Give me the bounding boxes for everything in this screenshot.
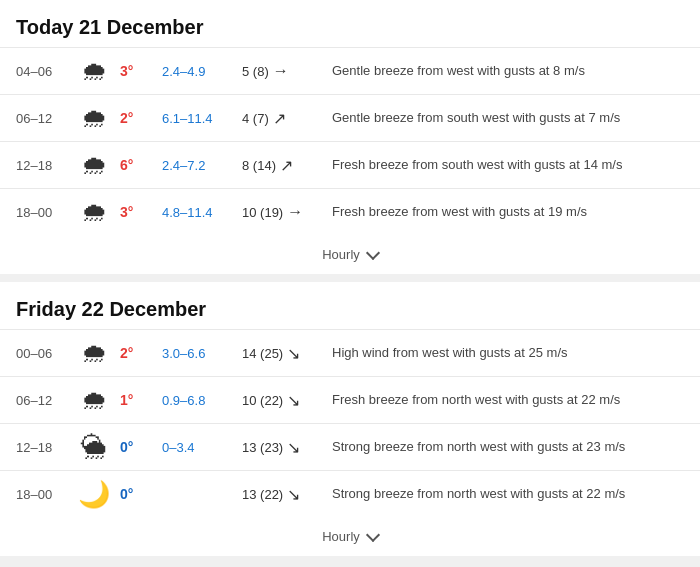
weather-description: High wind from west with gusts at 25 m/s xyxy=(332,344,684,362)
precipitation-range: 2.4–4.9 xyxy=(162,64,242,79)
wind-speed: 8 (14) ↗ xyxy=(242,156,332,175)
hourly-toggle[interactable]: Hourly xyxy=(0,235,700,274)
weather-row: 18–00🌙0°13 (22) ↘Strong breeze from nort… xyxy=(0,470,700,517)
wind-speed: 10 (19) → xyxy=(242,203,332,221)
wind-value: 10 (19) xyxy=(242,205,283,220)
weather-description: Gentle breeze from south west with gusts… xyxy=(332,109,684,127)
weather-row: 12–18🌧6°2.4–7.28 (14) ↗Fresh breeze from… xyxy=(0,141,700,188)
precipitation-range: 0–3.4 xyxy=(162,440,242,455)
time-range: 04–06 xyxy=(16,64,68,79)
wind-arrow-icon: ↘ xyxy=(287,391,300,410)
weather-description: Gentle breeze from west with gusts at 8 … xyxy=(332,62,684,80)
time-range: 06–12 xyxy=(16,393,68,408)
wind-value: 8 (14) xyxy=(242,158,276,173)
wind-speed: 5 (8) → xyxy=(242,62,332,80)
precipitation-range: 2.4–7.2 xyxy=(162,158,242,173)
temperature: 2° xyxy=(120,110,162,126)
time-range: 12–18 xyxy=(16,158,68,173)
weather-row: 00–06🌧2°3.0–6.614 (25) ↘High wind from w… xyxy=(0,329,700,376)
hourly-label: Hourly xyxy=(322,247,360,262)
weather-icon: 🌧 xyxy=(68,152,120,178)
weather-icon: 🌦 xyxy=(68,434,120,460)
temperature: 2° xyxy=(120,345,162,361)
precipitation-range: 6.1–11.4 xyxy=(162,111,242,126)
day-section-0: Today 21 December04–06🌧3°2.4–4.95 (8) →G… xyxy=(0,0,700,274)
weather-description: Strong breeze from north west with gusts… xyxy=(332,438,684,456)
wind-arrow-icon: → xyxy=(287,203,303,221)
wind-value: 13 (22) xyxy=(242,487,283,502)
temperature: 1° xyxy=(120,392,162,408)
wind-arrow-icon: ↗ xyxy=(273,109,286,128)
wind-speed: 4 (7) ↗ xyxy=(242,109,332,128)
day-section-1: Friday 22 December00–06🌧2°3.0–6.614 (25)… xyxy=(0,282,700,556)
weather-row: 18–00🌧3°4.8–11.410 (19) →Fresh breeze fr… xyxy=(0,188,700,235)
wind-arrow-icon: ↘ xyxy=(287,344,300,363)
wind-speed: 13 (23) ↘ xyxy=(242,438,332,457)
weather-description: Fresh breeze from west with gusts at 19 … xyxy=(332,203,684,221)
weather-icon: 🌧 xyxy=(68,340,120,366)
weather-icon: 🌧 xyxy=(68,105,120,131)
precipitation-range: 0.9–6.8 xyxy=(162,393,242,408)
wind-arrow-icon: → xyxy=(273,62,289,80)
wind-speed: 14 (25) ↘ xyxy=(242,344,332,363)
weather-row: 12–18🌦0°0–3.413 (23) ↘Strong breeze from… xyxy=(0,423,700,470)
weather-icon: 🌧 xyxy=(68,199,120,225)
weather-icon: 🌙 xyxy=(68,481,120,507)
hourly-toggle[interactable]: Hourly xyxy=(0,517,700,556)
weather-icon: 🌧 xyxy=(68,58,120,84)
temperature: 6° xyxy=(120,157,162,173)
wind-speed: 10 (22) ↘ xyxy=(242,391,332,410)
chevron-down-icon xyxy=(366,246,380,260)
weather-icon: 🌧 xyxy=(68,387,120,413)
weather-description: Fresh breeze from north west with gusts … xyxy=(332,391,684,409)
wind-value: 5 (8) xyxy=(242,64,269,79)
day-header-1: Friday 22 December xyxy=(0,282,700,329)
hourly-label: Hourly xyxy=(322,529,360,544)
time-range: 12–18 xyxy=(16,440,68,455)
wind-arrow-icon: ↗ xyxy=(280,156,293,175)
wind-value: 13 (23) xyxy=(242,440,283,455)
temperature: 3° xyxy=(120,204,162,220)
temperature: 0° xyxy=(120,486,162,502)
temperature: 3° xyxy=(120,63,162,79)
weather-row: 04–06🌧3°2.4–4.95 (8) →Gentle breeze from… xyxy=(0,47,700,94)
wind-arrow-icon: ↘ xyxy=(287,485,300,504)
precipitation-range: 4.8–11.4 xyxy=(162,205,242,220)
time-range: 06–12 xyxy=(16,111,68,126)
wind-speed: 13 (22) ↘ xyxy=(242,485,332,504)
wind-value: 14 (25) xyxy=(242,346,283,361)
weather-description: Strong breeze from north west with gusts… xyxy=(332,485,684,503)
time-range: 00–06 xyxy=(16,346,68,361)
precipitation-range: 3.0–6.6 xyxy=(162,346,242,361)
weather-description: Fresh breeze from south west with gusts … xyxy=(332,156,684,174)
chevron-down-icon xyxy=(366,528,380,542)
day-header-0: Today 21 December xyxy=(0,0,700,47)
time-range: 18–00 xyxy=(16,487,68,502)
weather-row: 06–12🌧2°6.1–11.44 (7) ↗Gentle breeze fro… xyxy=(0,94,700,141)
time-range: 18–00 xyxy=(16,205,68,220)
weather-row: 06–12🌧1°0.9–6.810 (22) ↘Fresh breeze fro… xyxy=(0,376,700,423)
wind-arrow-icon: ↘ xyxy=(287,438,300,457)
temperature: 0° xyxy=(120,439,162,455)
wind-value: 10 (22) xyxy=(242,393,283,408)
wind-value: 4 (7) xyxy=(242,111,269,126)
